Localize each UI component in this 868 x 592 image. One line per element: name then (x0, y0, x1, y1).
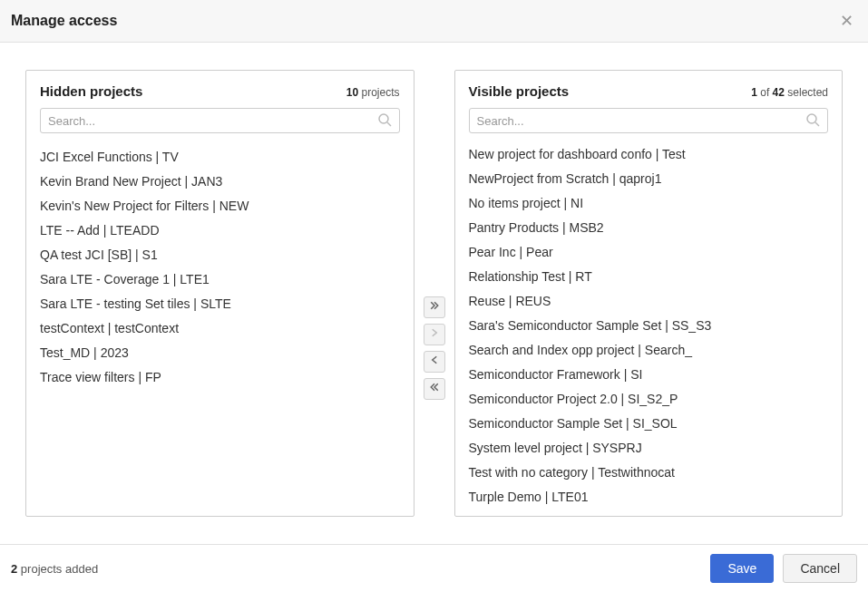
list-item[interactable]: Kevin Brand New Project | JAN3 (26, 169, 414, 193)
list-item[interactable]: Turple Demo | LTE01 (455, 484, 843, 509)
list-item[interactable]: No items project | NI (455, 190, 843, 215)
list-item[interactable]: Test_MD | 2023 (26, 340, 414, 364)
list-item[interactable]: System level project | SYSPRJ (455, 435, 843, 460)
move-all-right-button[interactable] (424, 296, 445, 318)
list-item[interactable]: Trace view filters | FP (26, 364, 414, 389)
chevron-double-right-icon (429, 300, 440, 314)
list-item[interactable]: Kevin's New Project for Filters | NEW (26, 193, 414, 218)
hidden-panel-count: 10 projects (346, 86, 400, 99)
visible-count-of: of (757, 86, 773, 99)
list-item[interactable]: testContext | testContext (26, 315, 414, 340)
close-button[interactable]: ✕ (836, 9, 857, 33)
visible-projects-panel: Visible projects 1 of 42 selected New pr… (454, 70, 844, 517)
list-item[interactable]: Pear Inc | Pear (455, 239, 843, 264)
chevron-left-icon (429, 354, 440, 368)
hidden-count-number: 10 (346, 86, 358, 99)
visible-search-wrap (455, 108, 843, 142)
chevron-right-icon (429, 327, 440, 341)
move-all-left-button[interactable] (424, 378, 445, 400)
visible-count-total: 42 (773, 86, 785, 99)
hidden-count-label: projects (358, 86, 399, 99)
list-item[interactable]: Sara LTE - Coverage 1 | LTE1 (26, 267, 414, 291)
move-right-button[interactable] (424, 324, 445, 345)
visible-panel-title: Visible projects (469, 83, 570, 99)
hidden-panel-header: Hidden projects 10 projects (26, 71, 414, 108)
list-item[interactable]: Search and Index opp project | Search_ (455, 337, 843, 362)
list-item[interactable]: Semiconductor Framework | SI (455, 362, 843, 386)
list-item[interactable]: JCI Excel Functions | TV (26, 144, 414, 169)
list-item[interactable]: Semiconductor Sample Set | SI_SOL (455, 411, 843, 435)
close-icon: ✕ (840, 12, 853, 30)
footer-actions: Save Cancel (710, 554, 857, 583)
list-item[interactable]: Semiconductor Project 2.0 | SI_S2_P (455, 386, 843, 411)
modal-body: Hidden projects 10 projects JCI Excel Fu… (0, 43, 868, 544)
list-item[interactable]: Sara LTE - testing Set tiles | SLTE (26, 291, 414, 315)
list-item[interactable]: QA test JCI [SB] | S1 (26, 242, 414, 267)
modal-header: Manage access ✕ (0, 0, 868, 43)
list-item[interactable]: Test with no category | Testwithnocat (455, 460, 843, 484)
modal-title: Manage access (11, 13, 117, 29)
list-item[interactable]: Sara's Semiconductor Sample Set | SS_S3 (455, 313, 843, 337)
visible-projects-list[interactable]: New project for dashboard confo | TestNe… (455, 142, 843, 516)
list-item[interactable]: Pantry Products | MSB2 (455, 215, 843, 239)
cancel-button[interactable]: Cancel (783, 554, 857, 583)
visible-count-selected: 1 (751, 86, 757, 99)
footer-status-label: projects added (17, 562, 98, 576)
list-item[interactable]: Reuse | REUS (455, 288, 843, 313)
transfer-controls (424, 70, 445, 517)
list-item[interactable]: NewProject from Scratch | qaproj1 (455, 166, 843, 190)
save-button[interactable]: Save (710, 554, 774, 583)
visible-panel-header: Visible projects 1 of 42 selected (455, 71, 843, 108)
hidden-search-wrap (26, 108, 414, 142)
move-left-button[interactable] (424, 351, 445, 373)
footer-status: 2 projects added (11, 562, 98, 576)
hidden-projects-list[interactable]: JCI Excel Functions | TVKevin Brand New … (26, 142, 414, 516)
chevron-double-left-icon (429, 382, 440, 395)
hidden-search-input[interactable] (40, 108, 400, 133)
list-item[interactable]: Relationship Test | RT (455, 264, 843, 288)
hidden-panel-title: Hidden projects (40, 83, 142, 99)
visible-count-label: selected (785, 86, 828, 99)
visible-search-input[interactable] (469, 108, 829, 133)
list-item[interactable]: LTE -- Add | LTEADD (26, 218, 414, 242)
modal-footer: 2 projects added Save Cancel (0, 544, 868, 592)
list-item[interactable]: New project for dashboard confo | Test (455, 142, 843, 166)
visible-panel-count: 1 of 42 selected (751, 86, 828, 99)
hidden-projects-panel: Hidden projects 10 projects JCI Excel Fu… (25, 70, 414, 517)
